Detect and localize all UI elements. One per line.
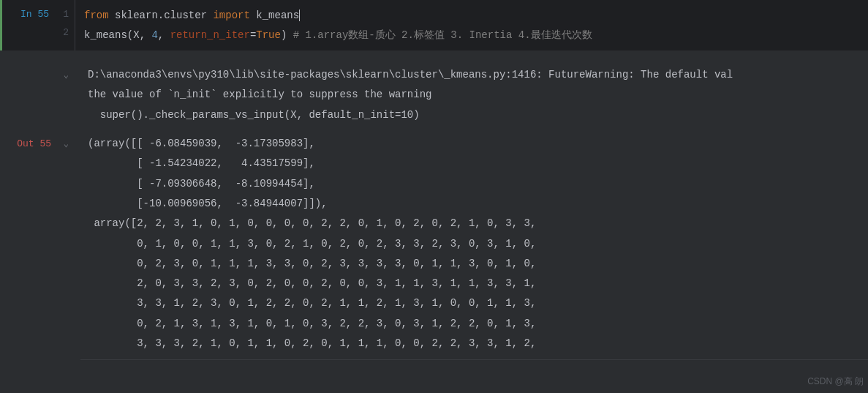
output-line: 2, 0, 3, 3, 2, 3, 0, 2, 0, 0, 2, 0, 0, 3…	[88, 277, 536, 289]
warning-output: ⌄ D:\anaconda3\envs\py310\lib\site-packa…	[0, 50, 868, 125]
output-cell: Out 55 ⌄ (array([[ -6.08459039, -3.17305…	[0, 125, 868, 353]
input-prompt: In 55	[2, 0, 53, 50]
input-cell[interactable]: In 55 1 2 from sklearn.cluster import k_…	[0, 0, 868, 50]
line-gutter: 1 2	[53, 0, 75, 50]
chevron-down-icon[interactable]: ⌄	[64, 136, 69, 153]
output-line: [-10.00969056, -3.84944007]]),	[88, 198, 328, 209]
code-comment: # 1.array数组-质心 2.标签值 3. Inertia 4.最佳迭代次数	[293, 29, 592, 41]
function-call: k_means	[84, 29, 127, 41]
output-line: 0, 1, 0, 0, 1, 1, 3, 0, 2, 1, 0, 2, 0, 2…	[88, 238, 536, 250]
warning-prompt	[0, 65, 51, 125]
arg-param: return_n_iter	[170, 29, 250, 41]
output-prompt: Out 55	[0, 134, 51, 353]
chevron-down-icon[interactable]: ⌄	[64, 67, 69, 84]
line-number: 2	[53, 24, 69, 42]
output-line: 3, 3, 3, 2, 1, 0, 1, 1, 0, 2, 0, 1, 1, 1…	[88, 337, 536, 349]
keyword-import: import	[213, 10, 249, 21]
module-name: sklearn.cluster	[115, 10, 207, 21]
output-text: (array([[ -6.08459039, -3.17305983], [ -…	[73, 134, 868, 353]
import-target: k_means	[256, 10, 299, 21]
output-line: [ -1.54234022, 4.43517599],	[88, 157, 315, 169]
text-cursor	[299, 10, 300, 21]
warning-line: D:\anaconda3\envs\py310\lib\site-package…	[88, 69, 733, 81]
in-label: In 55	[20, 9, 49, 20]
line-number: 1	[53, 6, 69, 24]
arg-num: 4	[151, 29, 157, 41]
output-line: [ -7.09306648, -8.10994454],	[88, 178, 315, 190]
warning-text: D:\anaconda3\envs\py310\lib\site-package…	[73, 65, 868, 125]
out-label: Out 55	[17, 138, 51, 149]
fold-col[interactable]: ⌄	[51, 65, 73, 125]
arg-true: True	[256, 29, 281, 41]
output-line: 0, 2, 3, 0, 1, 1, 1, 3, 3, 0, 2, 3, 3, 3…	[88, 258, 536, 269]
code-editor[interactable]: from sklearn.cluster import k_means k_me…	[75, 0, 868, 50]
warning-line: super()._check_params_vs_input(X, defaul…	[88, 109, 420, 121]
output-line: (array([[ -6.08459039, -3.17305983],	[88, 138, 315, 149]
output-line: 0, 2, 1, 3, 1, 3, 1, 0, 1, 0, 3, 2, 2, 3…	[88, 318, 536, 329]
output-line: 3, 3, 1, 2, 3, 0, 1, 2, 2, 0, 2, 1, 1, 2…	[88, 297, 536, 309]
cell-divider	[80, 359, 868, 360]
arg-x: X	[133, 29, 139, 41]
warning-line: the value of `n_init` explicitly to supp…	[88, 89, 431, 100]
notebook-cell: In 55 1 2 from sklearn.cluster import k_…	[0, 0, 868, 360]
keyword-from: from	[84, 10, 109, 21]
output-line: array([2, 2, 3, 1, 0, 1, 0, 0, 0, 0, 2, …	[88, 217, 536, 229]
open-paren: (	[127, 29, 133, 41]
fold-col[interactable]: ⌄	[51, 134, 73, 353]
close-paren: )	[281, 29, 287, 41]
